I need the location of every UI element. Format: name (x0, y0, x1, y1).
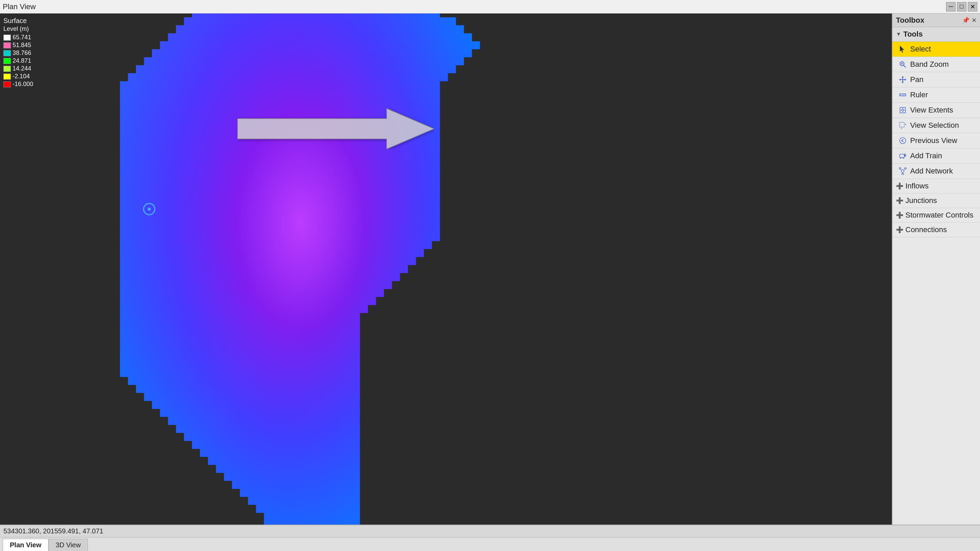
connections-expand-icon: ➕ (896, 226, 904, 233)
tool-add-network[interactable]: Add Network (892, 164, 980, 179)
tool-previous-view[interactable]: Previous View (892, 133, 980, 148)
toolbox-header: Toolbox 📌 ✕ (892, 14, 980, 27)
legend-item-4: 24.871 (3, 57, 33, 64)
toolbox-pin-button[interactable]: 📌 (962, 17, 969, 24)
stormwater-controls-label: Stormwater Controls (905, 211, 974, 219)
inflows-expand-icon: ➕ (896, 182, 904, 190)
tab-3d-view[interactable]: 3D View (48, 539, 88, 551)
ruler-icon (898, 90, 907, 100)
add-network-icon (898, 167, 907, 176)
add-train-icon (898, 151, 907, 160)
legend-title: Surface (3, 17, 33, 25)
view-extents-label: View Extents (910, 106, 953, 114)
legend-color-3 (3, 50, 11, 56)
svg-point-33 (900, 138, 906, 144)
legend-label-4: 24.871 (13, 57, 31, 64)
band-zoom-label: Band Zoom (910, 60, 949, 69)
toolbox-close-button[interactable]: ✕ (972, 17, 977, 24)
direction-arrow (237, 108, 434, 149)
legend-label-3: 38.766 (13, 49, 31, 57)
tool-add-train[interactable]: Add Train (892, 148, 980, 164)
svg-rect-30 (900, 122, 904, 127)
junctions-expand-icon: ➕ (896, 197, 904, 204)
add-network-label: Add Network (910, 167, 953, 176)
previous-view-icon (898, 136, 907, 145)
tool-pan[interactable]: Pan (892, 72, 980, 87)
legend-label-2: 51.845 (13, 42, 31, 49)
legend-color-5 (3, 66, 11, 72)
svg-point-39 (901, 170, 904, 173)
select-label: Select (910, 45, 931, 54)
view-extents-icon (898, 105, 907, 115)
svg-point-40 (899, 168, 901, 170)
coordinates-display: 534301.360, 201559.491, 47.071 (3, 527, 103, 535)
legend: Surface Level (m) 65.741 51.845 38.766 2… (3, 17, 33, 89)
pan-label: Pan (910, 75, 923, 84)
svg-point-36 (903, 157, 904, 159)
svg-marker-7 (237, 108, 434, 149)
legend-item-6: -2.104 (3, 73, 33, 80)
maximize-button[interactable]: □ (957, 2, 966, 11)
connections-item[interactable]: ➕ Connections (892, 222, 980, 237)
legend-item-2: 51.845 (3, 42, 33, 49)
coordinate-bar: 534301.360, 201559.491, 47.071 (0, 525, 980, 537)
legend-label-5: 14.244 (13, 65, 31, 72)
connections-label: Connections (905, 225, 947, 234)
svg-marker-16 (902, 82, 904, 83)
legend-color-1 (3, 35, 11, 41)
tool-view-selection[interactable]: View Selection (892, 118, 980, 133)
legend-label-7: -16.000 (13, 81, 33, 88)
legend-subtitle: Level (m) (3, 25, 33, 33)
inflows-item[interactable]: ➕ Inflows (892, 179, 980, 194)
ruler-label: Ruler (910, 91, 928, 99)
tab-plan-view[interactable]: Plan View (3, 539, 48, 551)
legend-item-7: -16.000 (3, 81, 33, 88)
band-zoom-icon (898, 60, 907, 69)
svg-point-42 (902, 173, 904, 175)
svg-marker-18 (905, 79, 907, 81)
junctions-item[interactable]: ➕ Junctions (892, 194, 980, 208)
tabs-row: Plan View 3D View (0, 537, 980, 551)
legend-color-4 (3, 58, 11, 64)
legend-item-5: 14.244 (3, 65, 33, 72)
stormwater-controls-item[interactable]: ➕ Stormwater Controls (892, 208, 980, 222)
select-icon (898, 44, 907, 54)
legend-item-1: 65.741 (3, 34, 33, 41)
inflows-label: Inflows (905, 182, 929, 191)
tools-expand-icon: ▼ (896, 31, 901, 37)
svg-marker-17 (899, 79, 900, 81)
view-selection-label: View Selection (910, 121, 959, 130)
svg-marker-8 (900, 46, 904, 52)
canvas-area: Surface Level (m) 65.741 51.845 38.766 2… (0, 14, 892, 524)
tool-view-extents[interactable]: View Extents (892, 103, 980, 118)
minimize-button[interactable]: ─ (946, 2, 956, 11)
tool-ruler[interactable]: Ruler (892, 87, 980, 103)
close-button[interactable]: ✕ (968, 2, 977, 11)
window-title-bar: Plan View ─ □ ✕ (0, 0, 980, 14)
svg-line-10 (904, 65, 906, 67)
legend-color-2 (3, 42, 11, 48)
map-visualization (0, 14, 892, 524)
svg-point-6 (148, 207, 151, 210)
toolbox-panel: Toolbox 📌 ✕ ▼ Tools Select (892, 14, 980, 524)
tools-section-header[interactable]: ▼ Tools (892, 27, 980, 42)
svg-point-25 (902, 109, 904, 111)
svg-marker-15 (902, 76, 904, 78)
svg-point-41 (905, 168, 907, 170)
view-selection-icon (898, 121, 907, 130)
junctions-label: Junctions (905, 196, 937, 205)
svg-point-35 (900, 157, 901, 159)
legend-item-3: 38.766 (3, 49, 33, 57)
previous-view-label: Previous View (910, 136, 957, 145)
tool-band-zoom[interactable]: Band Zoom (892, 57, 980, 72)
pan-icon (898, 75, 907, 84)
svg-line-43 (900, 169, 902, 170)
bottom-area: 534301.360, 201559.491, 47.071 Plan View… (0, 524, 980, 551)
legend-color-6 (3, 73, 11, 79)
stormwater-expand-icon: ➕ (896, 211, 904, 219)
legend-label-6: -2.104 (13, 73, 30, 80)
tool-select[interactable]: Select (892, 42, 980, 57)
svg-line-44 (904, 169, 905, 170)
add-train-label: Add Train (910, 151, 942, 160)
legend-label-1: 65.741 (13, 34, 31, 41)
